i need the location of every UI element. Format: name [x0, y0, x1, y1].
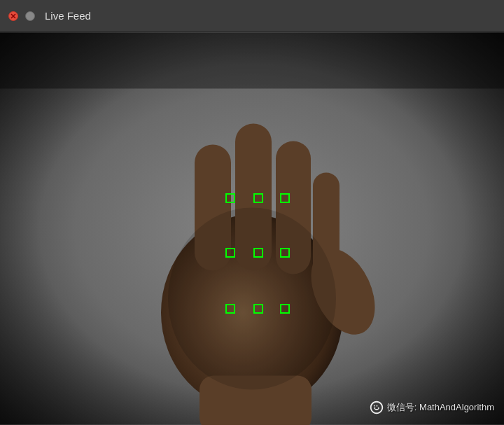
close-button[interactable]	[8, 11, 18, 21]
window-title: Live Feed	[45, 10, 91, 22]
video-feed: 微信号: MathAndAlgorithm	[0, 32, 504, 425]
hand-image	[0, 32, 504, 425]
watermark-text: 微信号: MathAndAlgorithm	[387, 401, 494, 414]
tracker-1	[225, 193, 235, 203]
tracker-9	[280, 304, 290, 314]
app-window: Live Feed	[0, 0, 504, 425]
tracker-6	[280, 248, 290, 258]
watermark: 微信号: MathAndAlgorithm	[369, 400, 494, 415]
titlebar: Live Feed	[0, 0, 504, 32]
tracker-8	[253, 304, 263, 314]
wechat-icon	[369, 400, 384, 415]
minimize-button[interactable]	[25, 11, 35, 21]
svg-point-13	[374, 407, 375, 409]
tracker-5	[253, 248, 263, 258]
tracker-4	[225, 248, 235, 258]
tracker-7	[225, 304, 235, 314]
tracker-3	[280, 193, 290, 203]
svg-point-14	[377, 407, 379, 409]
svg-rect-12	[0, 33, 504, 89]
svg-point-11	[168, 208, 336, 390]
tracker-2	[253, 193, 263, 203]
